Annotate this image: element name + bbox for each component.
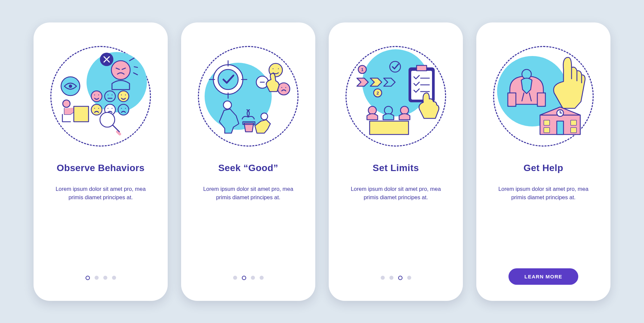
pagination-dot-2[interactable] xyxy=(242,276,246,280)
illustration-seek-good xyxy=(198,46,299,147)
screen-title: Get Help xyxy=(524,163,563,173)
screen-title: Set Limits xyxy=(373,163,419,173)
svg-text:2: 2 xyxy=(376,91,379,96)
svg-text:1: 1 xyxy=(361,67,363,72)
svg-rect-34 xyxy=(508,93,516,106)
learn-more-button[interactable]: LEARN MORE xyxy=(508,268,579,285)
illustration-get-help xyxy=(493,46,594,147)
pagination-dot-1[interactable] xyxy=(86,276,90,280)
pagination-dot-1[interactable] xyxy=(381,276,385,280)
pagination-dot-2[interactable] xyxy=(389,276,393,280)
phone-screen-get-help: Get Help Lorem ipsum dolor sit amet pro,… xyxy=(476,22,610,301)
screen-title: Seek “Good” xyxy=(218,163,278,173)
pagination-dot-3[interactable] xyxy=(103,276,107,280)
screen-body: Lorem ipsum dolor sit amet pro, mea prim… xyxy=(198,185,299,202)
svg-rect-42 xyxy=(571,120,576,125)
pagination-dot-2[interactable] xyxy=(95,276,99,280)
pagination-dot-3[interactable] xyxy=(251,276,255,280)
svg-rect-33 xyxy=(370,121,409,134)
pagination-dots xyxy=(233,276,264,280)
phone-screen-set-limits: 1 2 xyxy=(329,22,463,301)
illustration-set-limits: 1 2 xyxy=(345,46,446,147)
screen-body: Lorem ipsum dolor sit amet pro, mea prim… xyxy=(50,185,151,202)
illustration-observe xyxy=(50,46,151,147)
screen-title: Observe Behaviors xyxy=(57,163,145,173)
svg-rect-6 xyxy=(74,106,89,122)
svg-rect-43 xyxy=(571,128,576,132)
screen-body: Lorem ipsum dolor sit amet pro, mea prim… xyxy=(493,185,594,202)
onboarding-screens-row: Observe Behaviors Lorem ipsum dolor sit … xyxy=(34,22,610,301)
pagination-dot-4[interactable] xyxy=(407,276,411,280)
pagination-dots xyxy=(86,276,116,280)
pagination-dots xyxy=(381,276,411,280)
screen-body: Lorem ipsum dolor sit amet pro, mea prim… xyxy=(345,185,446,202)
svg-rect-40 xyxy=(544,120,549,125)
pagination-dot-3[interactable] xyxy=(398,276,402,280)
svg-rect-41 xyxy=(544,128,549,132)
pagination-dot-4[interactable] xyxy=(260,276,264,280)
phone-screen-seek-good: Seek “Good” Lorem ipsum dolor sit amet p… xyxy=(181,22,315,301)
svg-rect-35 xyxy=(537,93,545,106)
svg-rect-29 xyxy=(417,65,427,71)
svg-rect-39 xyxy=(557,121,564,134)
phone-screen-observe: Observe Behaviors Lorem ipsum dolor sit … xyxy=(34,22,168,301)
pagination-dot-1[interactable] xyxy=(233,276,237,280)
svg-point-4 xyxy=(69,85,72,88)
pagination-dot-4[interactable] xyxy=(112,276,116,280)
